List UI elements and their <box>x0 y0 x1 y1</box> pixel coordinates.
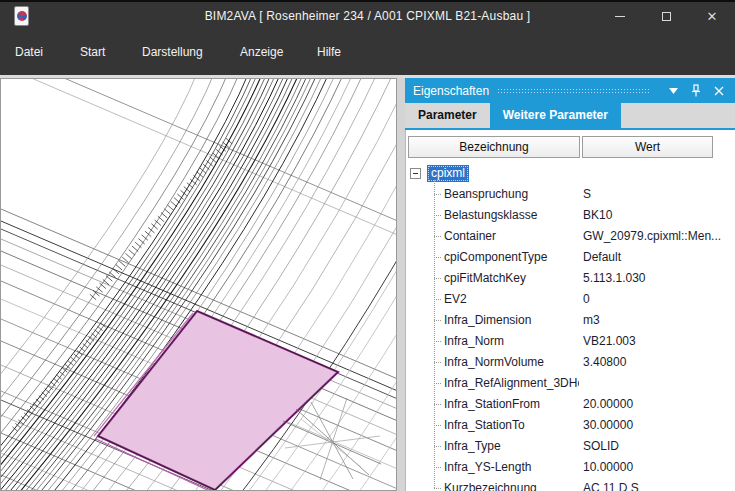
tree-expander[interactable] <box>410 168 421 179</box>
tree-root-row[interactable]: cpixml <box>406 163 735 184</box>
property-name: cpiComponentType <box>444 247 579 268</box>
tab-bar: Parameter Weitere Parameter <box>405 103 735 130</box>
property-name: Beanspruchung <box>444 184 579 205</box>
property-name: Kurzbezeichnung <box>444 478 579 491</box>
property-grid: Bezeichnung Wert cpixml BeanspruchungS B… <box>405 130 735 491</box>
panel-title: Eigenschaften <box>413 84 489 98</box>
table-row[interactable]: cpiFitMatchKey5.113.1.030 <box>406 268 735 289</box>
menu-datei[interactable]: Datei <box>15 30 43 75</box>
table-row[interactable]: Infra_NormVolume3.40800 <box>406 352 735 373</box>
pin-icon[interactable] <box>686 83 706 99</box>
menu-darstellung[interactable]: Darstellung <box>142 30 203 75</box>
property-value: S <box>583 184 734 205</box>
title-bar: BIM2AVA [ Rosenheimer 234 / A001 CPIXML … <box>0 2 735 30</box>
table-row[interactable]: EV20 <box>406 289 735 310</box>
close-icon: ✕ <box>707 10 718 23</box>
drag-texture[interactable] <box>497 88 650 95</box>
table-row[interactable]: cpiComponentTypeDefault <box>406 247 735 268</box>
property-name: Infra_Dimension <box>444 310 579 331</box>
tab-weitere-parameter[interactable]: Weitere Parameter <box>490 103 621 128</box>
property-name: Infra_NormVolume <box>444 352 579 373</box>
maximize-button[interactable] <box>643 2 689 30</box>
minimize-icon <box>615 16 625 17</box>
menu-start[interactable]: Start <box>80 30 105 75</box>
property-name: Belastungsklasse <box>444 205 579 226</box>
minimize-button[interactable] <box>597 2 643 30</box>
property-value: AC 11 D S <box>583 478 734 491</box>
property-name: Infra_RefAlignment_3DHoriz <box>444 373 579 394</box>
property-value: VB21.003 <box>583 331 734 352</box>
property-name: Infra_Norm <box>444 331 579 352</box>
chevron-down-icon[interactable] <box>663 83 683 99</box>
table-row[interactable]: Infra_StationTo30.00000 <box>406 415 735 436</box>
viewport-3d[interactable] <box>0 78 397 491</box>
property-value: m3 <box>583 310 734 331</box>
application-window: BIM2AVA [ Rosenheimer 234 / A001 CPIXML … <box>0 0 735 491</box>
property-value: 30.00000 <box>583 415 734 436</box>
table-row[interactable]: BelastungsklasseBK10 <box>406 205 735 226</box>
property-value: GW_20979.cpixml::Men... <box>583 226 734 247</box>
menu-anzeige[interactable]: Anzeige <box>240 30 283 75</box>
property-value: 20.00000 <box>583 394 734 415</box>
property-value: 0 <box>583 289 734 310</box>
table-row[interactable]: Infra_StationFrom20.00000 <box>406 394 735 415</box>
property-value: SOLID <box>583 436 734 457</box>
property-value: 10.00000 <box>583 457 734 478</box>
viewport-canvas[interactable] <box>1 79 396 490</box>
close-button[interactable]: ✕ <box>689 2 735 30</box>
table-row[interactable]: Infra_TypeSOLID <box>406 436 735 457</box>
table-row[interactable]: Infra_RefAlignment_3DHoriz <box>406 373 735 394</box>
table-row[interactable]: Infra_Dimensionm3 <box>406 310 735 331</box>
table-row[interactable]: KurzbezeichnungAC 11 D S <box>406 478 735 491</box>
panel-splitter[interactable] <box>397 78 405 491</box>
maximize-icon <box>662 12 671 21</box>
property-name: Infra_StationFrom <box>444 394 579 415</box>
close-icon[interactable] <box>709 83 729 99</box>
property-value: 5.113.1.030 <box>583 268 734 289</box>
window-controls: ✕ <box>597 2 735 30</box>
property-name: Container <box>444 226 579 247</box>
property-name: Infra_YS-Length <box>444 457 579 478</box>
panel-header: Eigenschaften <box>405 78 735 103</box>
property-name: EV2 <box>444 289 579 310</box>
table-row[interactable]: ContainerGW_20979.cpixml::Men... <box>406 226 735 247</box>
table-row[interactable]: Infra_YS-Length10.00000 <box>406 457 735 478</box>
table-row[interactable]: BeanspruchungS <box>406 184 735 205</box>
property-value: Default <box>583 247 734 268</box>
column-header-wert[interactable]: Wert <box>582 136 713 158</box>
property-rows: BeanspruchungS BelastungsklasseBK10 Cont… <box>406 184 735 491</box>
column-header-bezeichnung[interactable]: Bezeichnung <box>408 136 580 158</box>
tab-parameter[interactable]: Parameter <box>405 103 490 128</box>
property-name: cpiFitMatchKey <box>444 268 579 289</box>
table-row[interactable]: Infra_NormVB21.003 <box>406 331 735 352</box>
property-value: 3.40800 <box>583 352 734 373</box>
property-name: Infra_StationTo <box>444 415 579 436</box>
menu-hilfe[interactable]: Hilfe <box>317 30 341 75</box>
menu-bar: Datei Start Darstellung Anzeige Hilfe <box>0 30 735 75</box>
property-name: Infra_Type <box>444 436 579 457</box>
properties-panel: Eigenschaften Parameter Weitere Paramete… <box>405 78 735 491</box>
property-value: BK10 <box>583 205 734 226</box>
collapse-icon <box>413 173 418 174</box>
